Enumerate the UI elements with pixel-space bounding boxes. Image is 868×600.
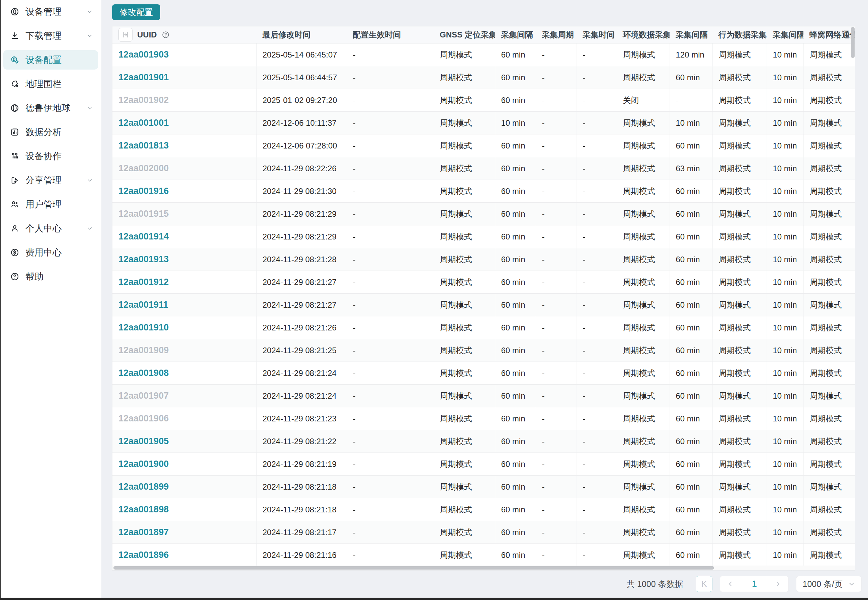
uuid-link[interactable]: 12aa001813 [118,141,168,150]
config-effective-cell: - [347,294,434,317]
uuid-link[interactable]: 12aa001916 [118,186,168,196]
users-icon [10,200,20,209]
uuid-link[interactable]: 12aa001912 [118,277,168,287]
sidebar-item-label: 费用中心 [26,247,62,259]
behavior-mode-cell: 周期模式 [712,44,766,66]
sidebar-item-help[interactable]: 帮助 [3,267,98,286]
table-row: 12aa001001 2024-12-06 10:11:37 - 周期模式 10… [112,112,855,135]
uuid-link[interactable]: 12aa001914 [118,232,168,241]
uuid-cell: 12aa001915 [112,203,256,226]
uuid-link[interactable]: 12aa001903 [118,50,168,59]
column-header-uuid: UUID [112,26,256,44]
uuid-link[interactable]: 12aa001001 [118,118,168,128]
uuid-link[interactable]: 12aa001915 [118,209,168,219]
sidebar-item-geofence[interactable]: 地理围栏 [3,74,98,94]
first-page-button[interactable]: K [696,576,712,592]
config-effective-cell: - [347,453,434,476]
gnss-mode-cell: 周期模式 [434,498,495,521]
behavior-mode-cell: 周期模式 [712,294,766,317]
env-interval-cell: - [669,89,712,112]
sidebar-item-device[interactable]: 设备管理 [3,2,98,21]
uuid-link[interactable]: 12aa001907 [118,391,168,401]
sidebar-item-label: 下载管理 [26,30,62,42]
vertical-scrollbar[interactable] [851,26,855,570]
collect-period-cell: - [536,339,577,362]
env-interval-cell: 10 min [669,112,712,135]
sidebar: 设备管理 下载管理 设备配置 地理围栏 德鲁伊地球 数据分析 [0,0,102,600]
behavior-interval-cell: 10 min [766,317,803,339]
uuid-link[interactable]: 12aa001902 [118,95,168,105]
cellular-mode-cell: 周期模式 [803,66,855,89]
config-effective-cell: - [347,476,434,498]
horizontal-scrollbar-thumb[interactable] [114,566,714,570]
globe-icon [10,103,20,113]
expand-columns-icon[interactable] [118,28,132,42]
gnss-interval-cell: 60 min [495,385,536,408]
next-page-button[interactable] [768,576,788,592]
uuid-cell: 12aa001903 [112,44,256,66]
uuid-link[interactable]: 12aa001909 [118,345,168,355]
uuid-cell: 12aa001902 [112,89,256,112]
uuid-link[interactable]: 12aa001908 [118,368,168,378]
behavior-interval-cell: 10 min [766,44,803,66]
uuid-link[interactable]: 12aa001913 [118,254,168,264]
env-mode-cell: 周期模式 [617,430,669,453]
table-row: 12aa002000 2024-11-29 08:22:26 - 周期模式 60… [112,157,855,180]
collaboration-icon [10,152,20,161]
cellular-mode-cell: 周期模式 [803,430,855,453]
app-window: 设备管理 下载管理 设备配置 地理围栏 德鲁伊地球 数据分析 [0,0,868,600]
sidebar-item-globe[interactable]: 德鲁伊地球 [3,98,98,118]
gnss-mode-cell: 周期模式 [434,521,495,544]
current-page-number[interactable]: 1 [741,579,768,589]
uuid-link[interactable]: 12aa001911 [118,300,168,310]
sidebar-item-collaboration[interactable]: 设备协作 [3,147,98,166]
sidebar-item-bar-chart[interactable]: 数据分析 [3,123,98,142]
vertical-scrollbar-thumb[interactable] [851,27,854,58]
behavior-interval-cell: 10 min [766,408,803,430]
sidebar-item-billing[interactable]: 费用中心 [3,243,98,262]
page-size-select[interactable]: 1000 条/页 [796,576,862,592]
collect-time-cell: - [577,453,617,476]
last-modified-cell: 2025-05-14 06:44:57 [256,66,347,89]
collect-time-cell: - [577,157,617,180]
behavior-interval-cell: 10 min [766,89,803,112]
uuid-link[interactable]: 12aa001899 [118,482,168,492]
collect-time-cell: - [577,521,617,544]
sidebar-item-download[interactable]: 下载管理 [3,26,98,45]
uuid-link[interactable]: 12aa001901 [118,72,168,82]
config-effective-cell: - [347,385,434,408]
sidebar-item-label: 德鲁伊地球 [26,102,71,114]
modify-config-button[interactable]: 修改配置 [112,5,160,20]
behavior-mode-cell: 周期模式 [712,157,766,180]
sidebar-item-share[interactable]: 分享管理 [3,171,98,190]
last-modified-cell: 2024-11-29 08:21:19 [256,453,347,476]
env-mode-cell: 周期模式 [617,112,669,135]
column-header: 采集间隔 [766,26,803,44]
cellular-mode-cell: 周期模式 [803,203,855,226]
gnss-interval-cell: 60 min [495,453,536,476]
prev-page-button[interactable] [720,576,741,592]
env-mode-cell: 周期模式 [617,157,669,180]
horizontal-scrollbar[interactable] [112,565,855,570]
uuid-cell: 12aa001896 [112,544,256,567]
uuid-link[interactable]: 12aa001897 [118,527,168,537]
uuid-cell: 12aa001910 [112,317,256,339]
uuid-link[interactable]: 12aa002000 [118,163,168,173]
uuid-link[interactable]: 12aa001896 [118,550,168,560]
collect-period-cell: - [536,544,577,567]
uuid-help-icon[interactable] [162,31,170,39]
uuid-link[interactable]: 12aa001900 [118,459,168,469]
sidebar-item-user[interactable]: 个人中心 [3,219,98,238]
uuid-link[interactable]: 12aa001905 [118,436,168,446]
cellular-mode-cell: 周期模式 [803,89,855,112]
env-interval-cell: 60 min [669,430,712,453]
uuid-cell: 12aa001908 [112,362,256,385]
behavior-mode-cell: 周期模式 [712,476,766,498]
last-modified-cell: 2024-11-29 08:21:26 [256,317,347,339]
sidebar-item-device-config[interactable]: 设备配置 [3,50,98,70]
uuid-link[interactable]: 12aa001910 [118,323,168,332]
env-interval-cell: 60 min [669,521,712,544]
uuid-link[interactable]: 12aa001898 [118,505,168,514]
sidebar-item-users[interactable]: 用户管理 [3,195,98,214]
uuid-link[interactable]: 12aa001906 [118,414,168,423]
